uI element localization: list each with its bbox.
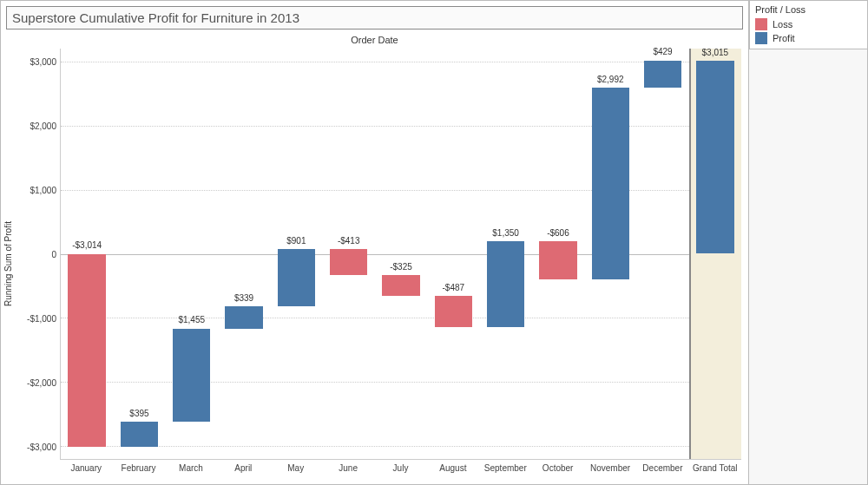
- sidebar: Profit / Loss Loss Profit: [749, 1, 867, 484]
- y-tick: 0: [16, 250, 56, 259]
- x-label: December: [642, 463, 682, 473]
- y-tick: -$2,000: [16, 378, 56, 388]
- bar-label: $395: [104, 409, 174, 418]
- zero-line: [61, 254, 741, 255]
- legend-panel[interactable]: Profit / Loss Loss Profit: [749, 1, 867, 49]
- gridline: [61, 126, 741, 127]
- y-tick: -$3,000: [16, 442, 56, 452]
- sidebar-empty: [749, 49, 867, 484]
- x-label: February: [122, 463, 156, 473]
- gridline: [61, 382, 741, 383]
- legend-item-profit[interactable]: Profit: [755, 31, 862, 45]
- legend-label: Loss: [773, 19, 792, 29]
- chart-title: Superstore Cumulative Profit for Furnitu…: [6, 6, 743, 29]
- x-label: September: [484, 463, 527, 473]
- bar-july[interactable]: [382, 275, 419, 296]
- bar-august[interactable]: [435, 296, 472, 327]
- swatch-profit-icon: [755, 32, 767, 44]
- y-tick: $3,000: [16, 56, 56, 66]
- legend-title: Profit / Loss: [755, 4, 862, 17]
- bar-label: -$606: [523, 228, 593, 238]
- x-axis-title: Order Date: [6, 29, 743, 45]
- y-tick: $2,000: [16, 121, 56, 130]
- bar-april[interactable]: [225, 306, 262, 328]
- gridline: [61, 190, 741, 191]
- x-label: August: [439, 463, 466, 473]
- x-label: July: [393, 463, 409, 473]
- bar-label: $1,455: [157, 315, 227, 324]
- plot-wrap: Running Sum of Profit $3,000 $2,000 $1,0…: [6, 49, 743, 479]
- bar-grand-total[interactable]: [696, 61, 733, 254]
- bar-june[interactable]: [330, 249, 367, 276]
- bar-december[interactable]: [644, 61, 681, 88]
- bar-label: $339: [209, 293, 279, 303]
- x-label: October: [542, 463, 574, 473]
- y-tick: -$1,000: [16, 314, 56, 324]
- legend-item-loss[interactable]: Loss: [755, 17, 862, 31]
- bar-may[interactable]: [278, 249, 315, 307]
- bar-label: $2,992: [575, 75, 645, 84]
- y-axis-ticks: $3,000 $2,000 $1,000 0 -$1,000 -$2,000 -…: [20, 49, 60, 460]
- x-label: May: [287, 463, 304, 473]
- bar-label: -$325: [366, 262, 436, 272]
- x-label: January: [70, 463, 102, 473]
- bar-september[interactable]: [487, 241, 524, 328]
- x-label: Grand Total: [693, 463, 738, 473]
- bar-february[interactable]: [121, 422, 158, 447]
- bar-label: $3,015: [681, 48, 750, 57]
- bar-label: -$413: [314, 236, 384, 246]
- legend-label: Profit: [773, 33, 795, 43]
- y-tick: $1,000: [16, 185, 56, 194]
- x-axis-labels: JanuaryFebruaryMarchAprilMayJuneJulyAugu…: [60, 460, 741, 479]
- swatch-loss-icon: [755, 18, 767, 30]
- plot-area[interactable]: -$3,014$395$1,455$339$901-$413-$325-$487…: [60, 49, 741, 460]
- gridline: [61, 446, 741, 447]
- bar-label: -$3,014: [52, 240, 122, 250]
- y-axis-title: Running Sum of Profit: [3, 221, 13, 306]
- bar-march[interactable]: [173, 329, 210, 423]
- x-label: March: [179, 463, 203, 473]
- x-label: November: [590, 463, 630, 473]
- bar-october[interactable]: [539, 241, 576, 280]
- main-panel: Superstore Cumulative Profit for Furnitu…: [1, 1, 749, 484]
- bar-november[interactable]: [592, 88, 629, 279]
- bar-label: -$487: [418, 283, 488, 292]
- x-label: April: [234, 463, 252, 473]
- gridline: [61, 62, 741, 62]
- app-root: Superstore Cumulative Profit for Furnitu…: [1, 1, 867, 484]
- bar-january[interactable]: [68, 254, 105, 448]
- x-label: June: [339, 463, 358, 473]
